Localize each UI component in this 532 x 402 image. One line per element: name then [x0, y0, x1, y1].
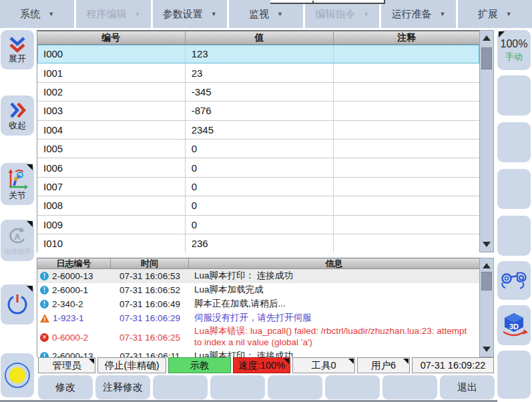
- servo-status-button[interactable]: [1, 353, 34, 397]
- var-row-I000[interactable]: I000123: [37, 45, 479, 63]
- menu-item-label: 系统: [20, 8, 40, 21]
- bottom-button-3[interactable]: [153, 375, 208, 399]
- var-table-scrollbar[interactable]: [479, 30, 494, 252]
- user-frame-selector[interactable]: 用户6: [357, 357, 410, 373]
- var-cell: 0: [186, 216, 334, 234]
- var-cell: [334, 83, 479, 101]
- var-table-body: I000123I00123I002-345I003-876I0042345I00…: [37, 45, 479, 252]
- info-icon: !: [40, 352, 49, 357]
- log-table-scrollbar[interactable]: [479, 258, 494, 357]
- info-icon: !: [40, 300, 49, 309]
- column-header-id: 编号: [37, 31, 186, 44]
- expand-button[interactable]: 展开: [1, 30, 34, 69]
- comment-edit-button[interactable]: 注释修改: [95, 375, 150, 399]
- right-toolbar-button-2[interactable]: [497, 122, 531, 162]
- continuous-loop-button: A 连续循环: [1, 220, 34, 261]
- chevron-down-icon: ▼: [277, 11, 283, 17]
- loop-label: 连续循环: [4, 248, 31, 255]
- chevron-down-icon: ▼: [440, 11, 446, 17]
- bottom-button-row: 修改注释修改退出: [38, 375, 497, 399]
- bottom-button-6[interactable]: [325, 375, 380, 399]
- power-icon: [5, 292, 29, 317]
- menu-bar: 系统▼程序编辑▼参数设置▼监视▼编辑指令▼运行准备▼扩展▼: [0, 0, 532, 28]
- var-row-I008[interactable]: I0080: [37, 196, 479, 215]
- jog-speed-button[interactable]: 100% 手动: [497, 30, 531, 70]
- log-cell-time: 07-31 16:06:49: [111, 299, 189, 309]
- right-toolbar-button-1[interactable]: [497, 75, 531, 116]
- menu-item-4[interactable]: 监视▼: [229, 0, 303, 28]
- menu-item-label: 编辑指令: [315, 8, 355, 21]
- scroll-up-icon[interactable]: [483, 35, 491, 41]
- var-cell: [334, 121, 479, 139]
- right-toolbar-button-5[interactable]: [497, 351, 531, 399]
- var-row-I002[interactable]: I002-345: [37, 83, 479, 102]
- var-cell: I006: [37, 158, 186, 176]
- info-icon: !: [40, 272, 49, 280]
- var-row-I003[interactable]: I003-876: [37, 102, 479, 120]
- log-row[interactable]: !2-6000-107-31 16:06:52Lua脚本加载完成: [37, 283, 479, 297]
- var-row-I004[interactable]: I0042345: [37, 121, 479, 140]
- var-cell: 123: [186, 45, 334, 63]
- log-cell-time: 07-31 16:06:11: [111, 351, 189, 357]
- 3d-view-button[interactable]: 3D: [497, 305, 531, 345]
- scroll-down-icon[interactable]: [483, 242, 491, 247]
- log-row[interactable]: !2-6000-1307-31 16:06:11Lua脚本打印： 连接成功: [37, 349, 479, 357]
- var-row-I009[interactable]: I0090: [37, 216, 479, 234]
- var-row-I001[interactable]: I00123: [37, 63, 479, 82]
- role-selector[interactable]: 管理员: [38, 357, 95, 373]
- right-toolbar-button-3[interactable]: [497, 169, 531, 209]
- chevron-down-icon: ▼: [363, 11, 369, 17]
- column-header-value: 值: [186, 31, 334, 44]
- scroll-up-icon[interactable]: [483, 263, 491, 268]
- joint-label: 关节: [9, 191, 26, 200]
- menu-item-3[interactable]: 参数设置▼: [153, 0, 227, 28]
- bottom-button-7[interactable]: [382, 375, 437, 399]
- log-row[interactable]: ✕0-6000-207-31 16:06:25Lua脚本错误: lua_pcal…: [37, 325, 479, 349]
- log-row[interactable]: !2-6000-1307-31 16:06:53Lua脚本打印： 连接成功: [37, 269, 479, 283]
- var-cell: I009: [37, 216, 186, 234]
- var-cell: I002: [37, 83, 186, 101]
- log-row[interactable]: !2-340-207-31 16:06:49脚本正在加载,请稍后...: [37, 297, 479, 311]
- log-table: 日志编号 时间 信息 !2-6000-1307-31 16:06:53Lua脚本…: [37, 258, 479, 357]
- collapse-icon: [9, 100, 27, 120]
- var-row-I005[interactable]: I0050: [37, 140, 479, 158]
- bottom-button-5[interactable]: [268, 375, 322, 399]
- joint-coord-button[interactable]: 关节: [1, 163, 34, 205]
- var-cell: 0: [186, 178, 334, 196]
- menu-item-2: 程序编辑▼: [76, 0, 150, 28]
- var-row-I007[interactable]: I0070: [37, 178, 479, 196]
- var-row-I010[interactable]: I010236: [37, 234, 479, 252]
- var-cell: -876: [186, 102, 334, 120]
- var-cell: [334, 140, 479, 158]
- menu-item-6[interactable]: 运行准备▼: [381, 0, 455, 28]
- modify-button[interactable]: 修改: [38, 375, 93, 399]
- speed-selector[interactable]: 速度:100%: [233, 357, 290, 373]
- info-icon: !: [40, 286, 49, 294]
- var-cell: [334, 45, 479, 63]
- log-cell-id: !2-6000-1: [37, 285, 111, 295]
- variable-table: 编号 值 注释 I000123I00123I002-345I003-876I00…: [37, 30, 479, 252]
- var-row-I006[interactable]: I0060: [37, 158, 479, 177]
- var-cell: [334, 158, 479, 176]
- handheld-teach-button[interactable]: [497, 261, 531, 300]
- tool-selector[interactable]: 工具0: [292, 357, 355, 373]
- var-cell: I008: [37, 196, 186, 214]
- scrollbar-thumb[interactable]: [481, 272, 492, 290]
- bottom-button-4[interactable]: [210, 375, 265, 399]
- log-cell-message: Lua脚本错误: lua_pcall() failed: /rbctrl/lua…: [189, 326, 479, 349]
- right-toolbar-button-4[interactable]: [497, 216, 531, 256]
- menu-item-1[interactable]: 系统▼: [0, 0, 74, 28]
- collapse-button[interactable]: 收起: [1, 95, 34, 136]
- log-cell-message: Lua脚本加载完成: [189, 284, 479, 296]
- scroll-down-icon[interactable]: [483, 347, 491, 352]
- scrollbar-thumb[interactable]: [481, 47, 492, 69]
- log-row[interactable]: !1-923-107-31 16:06:29伺服没有打开，请先打开伺服: [37, 311, 479, 325]
- menu-item-label: 程序编辑: [86, 8, 126, 21]
- log-cell-time: 07-31 16:06:29: [111, 313, 189, 323]
- menu-item-7[interactable]: 扩展▼: [458, 0, 532, 28]
- log-column-message: 信息: [189, 258, 479, 268]
- power-button[interactable]: [1, 284, 34, 325]
- log-table-body: !2-6000-1307-31 16:06:53Lua脚本打印： 连接成功!2-…: [37, 269, 479, 357]
- exit-button[interactable]: 退出: [440, 375, 495, 399]
- chevron-down-icon: ▼: [48, 11, 54, 17]
